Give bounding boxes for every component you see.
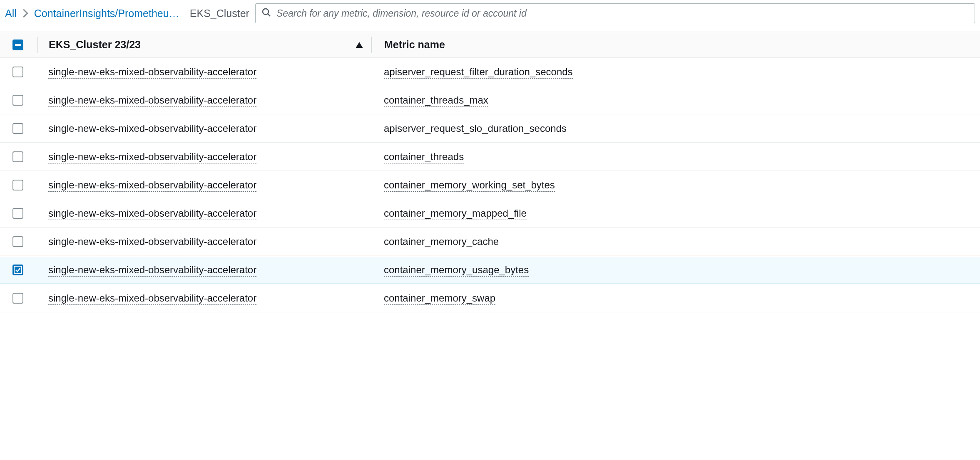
breadcrumb: All ContainerInsights/Prometheus… EKS_Cl…	[5, 7, 249, 20]
cluster-link[interactable]: single-new-eks-mixed-observability-accel…	[48, 94, 256, 107]
row-checkbox[interactable]	[12, 151, 23, 162]
table-row: single-new-eks-mixed-observability-accel…	[0, 171, 980, 199]
metric-link[interactable]: apiserver_request_slo_duration_seconds	[384, 123, 567, 135]
column-divider	[37, 37, 38, 53]
table-row: single-new-eks-mixed-observability-accel…	[0, 58, 980, 86]
metric-link[interactable]: container_memory_swap	[384, 292, 495, 305]
row-checkbox[interactable]	[12, 265, 23, 275]
metric-link[interactable]: container_threads_max	[384, 94, 488, 107]
metric-link[interactable]: container_memory_mapped_file	[384, 208, 527, 220]
row-checkbox[interactable]	[12, 95, 23, 106]
cluster-link[interactable]: single-new-eks-mixed-observability-accel…	[48, 66, 256, 79]
cluster-link[interactable]: single-new-eks-mixed-observability-accel…	[48, 292, 256, 305]
cluster-link[interactable]: single-new-eks-mixed-observability-accel…	[48, 236, 256, 248]
metric-link[interactable]: container_memory_cache	[384, 236, 499, 248]
svg-point-0	[263, 9, 269, 15]
metric-link[interactable]: container_memory_working_set_bytes	[384, 179, 555, 192]
cluster-link[interactable]: single-new-eks-mixed-observability-accel…	[48, 123, 256, 135]
column-header-cluster[interactable]: EKS_Cluster 23/23	[49, 39, 371, 51]
row-checkbox[interactable]	[12, 180, 23, 190]
metric-link[interactable]: container_threads	[384, 151, 464, 163]
row-checkbox[interactable]	[12, 123, 23, 134]
select-all-checkbox[interactable]	[12, 40, 23, 50]
metric-link[interactable]: apiserver_request_filter_duration_second…	[384, 66, 573, 79]
table-header: EKS_Cluster 23/23 Metric name	[0, 32, 980, 58]
table-row: single-new-eks-mixed-observability-accel…	[0, 143, 980, 171]
search-box[interactable]	[255, 3, 975, 23]
cluster-link[interactable]: single-new-eks-mixed-observability-accel…	[48, 179, 256, 192]
table-row: single-new-eks-mixed-observability-accel…	[0, 86, 980, 114]
table-row: single-new-eks-mixed-observability-accel…	[0, 199, 980, 228]
column-header-metric-label: Metric name	[384, 39, 445, 51]
svg-marker-2	[356, 42, 363, 48]
cluster-link[interactable]: single-new-eks-mixed-observability-accel…	[48, 208, 256, 220]
table-body: single-new-eks-mixed-observability-accel…	[0, 58, 980, 312]
table-row: single-new-eks-mixed-observability-accel…	[0, 228, 980, 256]
breadcrumb-namespace-link[interactable]: ContainerInsights/Prometheus…	[34, 7, 184, 20]
breadcrumb-all-link[interactable]: All	[5, 7, 17, 20]
metric-link[interactable]: container_memory_usage_bytes	[384, 264, 529, 277]
cluster-link[interactable]: single-new-eks-mixed-observability-accel…	[48, 264, 256, 277]
table-row: single-new-eks-mixed-observability-accel…	[0, 284, 980, 312]
row-checkbox[interactable]	[12, 208, 23, 219]
table-row: single-new-eks-mixed-observability-accel…	[0, 114, 980, 143]
chevron-right-icon	[22, 9, 28, 18]
table-row: single-new-eks-mixed-observability-accel…	[0, 256, 980, 284]
row-checkbox[interactable]	[12, 236, 23, 247]
row-checkbox[interactable]	[12, 293, 23, 304]
cluster-link[interactable]: single-new-eks-mixed-observability-accel…	[48, 151, 256, 163]
svg-line-1	[268, 14, 270, 16]
sort-asc-icon	[356, 40, 363, 50]
column-header-cluster-label: EKS_Cluster 23/23	[49, 39, 141, 51]
search-input[interactable]	[276, 8, 969, 19]
topbar: All ContainerInsights/Prometheus… EKS_Cl…	[0, 0, 980, 32]
search-icon	[261, 7, 271, 20]
column-header-metric[interactable]: Metric name	[371, 37, 972, 53]
breadcrumb-current: EKS_Cluster	[190, 7, 249, 20]
row-checkbox[interactable]	[12, 67, 23, 77]
